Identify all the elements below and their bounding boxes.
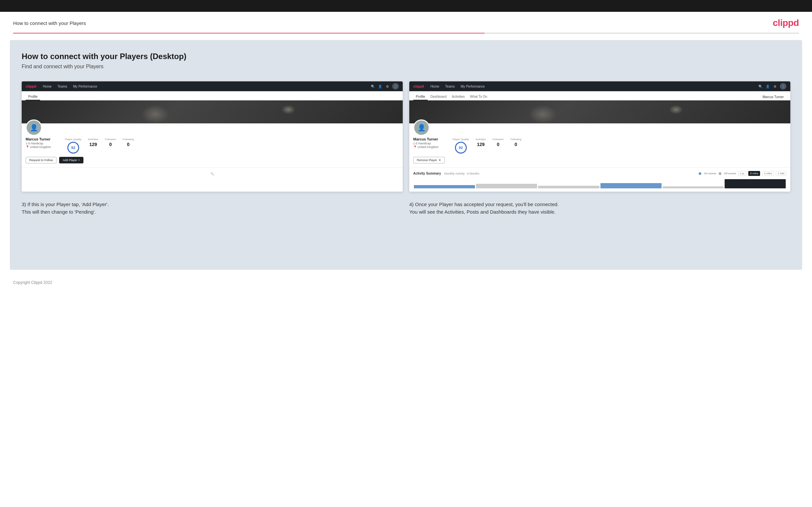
right-tab-profile[interactable]: Profile: [413, 94, 428, 100]
left-avatar: 👤: [26, 119, 42, 136]
right-nav-icons: 🔍 👤 ⚙ 👤: [758, 83, 786, 90]
left-buttons: Request to Follow Add Player +: [26, 157, 399, 163]
bar-1: [414, 185, 475, 188]
right-profile: 👤 Marcus Turner 1-5 Handicap 📍 United Ki…: [409, 123, 790, 167]
right-banner: [409, 100, 790, 123]
right-player-country: 📍 United Kingdom: [413, 146, 446, 149]
left-player-handicap: 1-5 Handicap: [26, 142, 58, 145]
right-buttons: Remove Player ✕: [413, 157, 786, 163]
left-navbar: clippd Home Teams My Performance 🔍 👤 ⚙ 👤: [22, 81, 403, 91]
oncourse-legend-label: On course: [704, 172, 716, 175]
right-user-icon[interactable]: 👤: [765, 84, 770, 89]
right-search-icon[interactable]: 🔍: [758, 84, 763, 89]
left-player-name: Marcus Turner: [26, 137, 58, 141]
page-footer: Copyright Clippd 2022: [0, 276, 812, 289]
add-player-button[interactable]: Add Player +: [59, 157, 84, 163]
bar-6: [725, 179, 786, 188]
left-nav-logo: clippd: [26, 84, 36, 88]
right-tabbar: Profile Dashboard Activities What To On …: [409, 91, 790, 100]
activity-title: Activity Summary: [413, 172, 441, 175]
left-nav-performance: My Performance: [72, 84, 99, 88]
left-player-info: Marcus Turner 1-5 Handicap 📍 United King…: [26, 137, 58, 149]
page-header-title: How to connect with your Players: [13, 20, 86, 26]
remove-player-button[interactable]: Remove Player ✕: [413, 157, 445, 163]
left-stat-followers: Followers 0: [105, 138, 116, 147]
clippd-logo: clippd: [773, 18, 799, 28]
left-stat-quality: Player Quality 92: [65, 138, 82, 154]
right-player-handicap: 1-5 Handicap: [413, 142, 446, 145]
right-settings-icon[interactable]: ⚙: [773, 84, 777, 89]
right-stat-following: Following 0: [510, 138, 522, 147]
legend: On course Off course: [699, 172, 736, 175]
left-player-country: 📍 United Kingdom: [26, 146, 58, 149]
header-divider: [13, 33, 799, 34]
right-tab-whattoworkon[interactable]: What To On: [467, 94, 490, 100]
right-stats: Player Quality 92 Activities 129 Followe…: [453, 137, 786, 154]
request-follow-button[interactable]: Request to Follow: [26, 157, 56, 163]
left-stat-following: Following 0: [123, 138, 134, 147]
copyright-text: Copyright Clippd 2022: [13, 280, 52, 285]
activity-header: Activity Summary Monthly Activity · 6 Mo…: [413, 171, 786, 176]
right-stat-quality: Player Quality 92: [453, 138, 469, 154]
caption-right-text: 4) Once your Player has accepted your re…: [409, 202, 559, 215]
right-stat-activities: Activities 129: [476, 138, 486, 147]
screenshot-right: clippd Home Teams My Performance 🔍 👤 ⚙ 👤…: [409, 81, 790, 192]
right-stat-followers: Followers 0: [492, 138, 504, 147]
left-tab-profile[interactable]: Profile: [26, 94, 40, 100]
left-tabbar: Profile: [22, 91, 403, 100]
captions-row: 3) If this is your Player tap, 'Add Play…: [22, 201, 790, 216]
bar-3: [538, 186, 599, 188]
left-banner: [22, 100, 403, 123]
pencil-icon: ✎: [210, 171, 214, 177]
right-navbar: clippd Home Teams My Performance 🔍 👤 ⚙ 👤: [409, 81, 790, 91]
avatar-icon: 👤: [30, 124, 38, 131]
activity-chart: [413, 178, 786, 188]
left-bottom-area: ✎: [22, 167, 403, 180]
right-profile-info: Marcus Turner 1-5 Handicap 📍 United King…: [413, 137, 786, 154]
nav-avatar[interactable]: 👤: [392, 83, 399, 90]
close-icon: ✕: [439, 159, 441, 162]
screenshots-row: clippd Home Teams My Performance 🔍 👤 ⚙ 👤…: [22, 81, 790, 192]
right-activity: Activity Summary Monthly Activity · 6 Mo…: [409, 167, 790, 192]
offcourse-legend-dot: [719, 172, 721, 175]
left-profile-info: Marcus Turner 1-5 Handicap 📍 United King…: [26, 137, 399, 154]
plus-icon: +: [78, 159, 80, 162]
right-avatar-icon: 👤: [417, 124, 426, 131]
quality-circle: 92: [67, 142, 79, 154]
settings-icon[interactable]: ⚙: [385, 84, 390, 89]
right-nav-teams: Teams: [444, 84, 456, 88]
screenshot-left: clippd Home Teams My Performance 🔍 👤 ⚙ 👤…: [22, 81, 403, 192]
right-tab-dashboard[interactable]: Dashboard: [428, 94, 449, 100]
left-banner-overlay: [22, 100, 403, 123]
main-title: How to connect with your Players (Deskto…: [22, 52, 790, 61]
right-nav-avatar[interactable]: 👤: [780, 83, 786, 90]
bar-2: [476, 184, 537, 188]
left-nav-teams: Teams: [56, 84, 68, 88]
right-tab-user-dropdown[interactable]: Marcus Turner: [760, 94, 786, 100]
time-btn-3mths[interactable]: 3 mths: [762, 171, 774, 176]
left-stat-activities: Activities 129: [88, 138, 99, 147]
right-quality-circle: 92: [455, 142, 467, 154]
caption-left-text: 3) If this is your Player tap, 'Add Play…: [22, 202, 109, 215]
top-bar: [0, 0, 812, 12]
left-nav-home: Home: [41, 84, 53, 88]
offcourse-legend-label: Off course: [724, 172, 736, 175]
bar-4: [601, 183, 662, 188]
right-avatar: 👤: [413, 119, 429, 136]
time-btn-1mth[interactable]: 1 mth: [776, 171, 786, 176]
time-btn-1yr[interactable]: 1 yr: [738, 171, 746, 176]
right-tab-activities[interactable]: Activities: [449, 94, 467, 100]
main-subtitle: Find and connect with your Players: [22, 64, 790, 69]
location-icon: 📍: [26, 146, 29, 149]
main-content: How to connect with your Players (Deskto…: [10, 40, 802, 270]
search-icon[interactable]: 🔍: [370, 84, 375, 89]
time-btn-6mths[interactable]: 6 mths: [748, 171, 760, 176]
left-profile: 👤 Marcus Turner 1-5 Handicap 📍 United Ki…: [22, 123, 403, 167]
oncourse-legend-dot: [699, 172, 701, 175]
right-nav-performance: My Performance: [460, 84, 486, 88]
right-player-info: Marcus Turner 1-5 Handicap 📍 United King…: [413, 137, 446, 149]
user-icon[interactable]: 👤: [378, 84, 383, 89]
activity-sub: Monthly Activity · 6 Months: [444, 172, 479, 175]
bar-5: [663, 186, 724, 188]
caption-right: 4) Once your Player has accepted your re…: [409, 201, 790, 216]
